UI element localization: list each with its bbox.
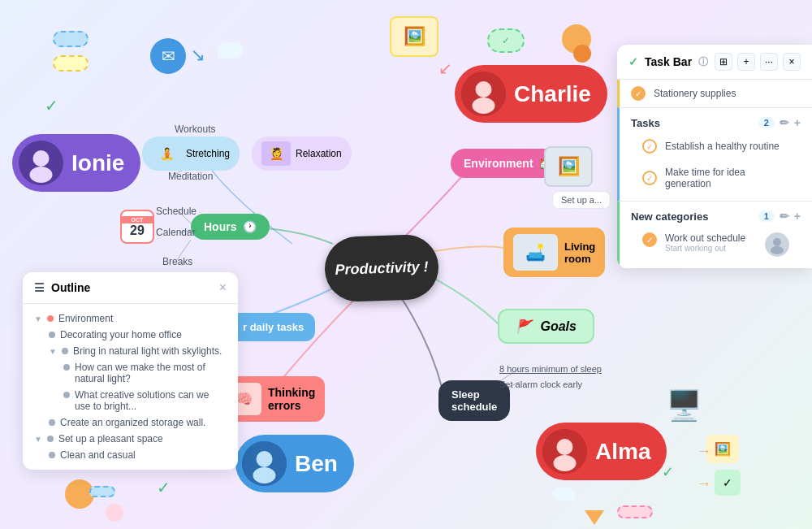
create-dot: [49, 419, 55, 426]
task-panel-header: ✓ Task Bar ⓘ ⊞ + ··· ×: [617, 45, 812, 80]
check-bottom-left: ✓: [157, 478, 171, 497]
task-panel-title: ✓ Task Bar ⓘ: [628, 55, 708, 69]
outline-item-howcan[interactable]: How can we make the most of natural ligh…: [60, 359, 230, 387]
task-item-0: ✓ Establish a healthy routine: [631, 132, 801, 160]
creative-dot: [63, 392, 70, 398]
setup-text: Set up a...: [552, 191, 611, 209]
env-photo: 🖼️: [544, 146, 593, 187]
outline-dec-label: Decorating your home office: [60, 329, 182, 340]
clean-dot: [49, 452, 55, 458]
living-room-node[interactable]: 🛋️ Living room: [503, 228, 605, 277]
ionie-node[interactable]: Ionie: [12, 134, 140, 192]
relaxation-node[interactable]: 💆 Relaxation: [252, 137, 352, 171]
outline-item-creative[interactable]: What creative solutions can we use to br…: [60, 387, 230, 414]
new-cat-label-0: Work out schedule: [665, 232, 745, 244]
ben-node[interactable]: Ben: [235, 435, 354, 492]
outline-item-setup[interactable]: ▼ Set up a pleasant space: [31, 431, 230, 447]
tasks-section: Tasks 2 ✏ + ✓ Establish a healthy routin…: [617, 107, 812, 201]
living-room-label: Living: [564, 241, 595, 253]
charlie-node[interactable]: Charlie: [455, 65, 607, 123]
alma-avatar: [542, 429, 587, 474]
stationery-check: ✓: [631, 86, 646, 101]
arrow-bring: ▼: [49, 347, 57, 356]
new-categories-header: New categories 1 ✏ +: [631, 206, 801, 226]
svg-point-20: [773, 238, 781, 246]
plus-icon[interactable]: +: [794, 116, 801, 129]
stationery-item: ✓ Stationery supplies: [617, 80, 812, 107]
canvas: Productivity ! Charlie Ionie: [0, 0, 812, 529]
arrow-down: ▼: [34, 314, 42, 323]
alma-node[interactable]: Alma: [536, 423, 667, 480]
outline-panel: ☰ Outline × ▼ Environment Decorating you…: [23, 272, 238, 470]
email-bubble[interactable]: ✉: [150, 38, 186, 74]
check-top-left: ✓: [45, 96, 58, 115]
grid-btn[interactable]: ⊞: [715, 53, 732, 71]
outline-body: ▼ Environment Decorating your home offic…: [23, 304, 238, 470]
cal-month: OCT: [122, 216, 153, 223]
task-check-0: ✓: [642, 139, 657, 154]
arrow-blue: ↙: [191, 45, 205, 66]
outline-item-create[interactable]: Create an organized storage wall.: [45, 414, 230, 431]
svg-point-9: [473, 98, 495, 114]
meditation-label: Meditation: [168, 171, 213, 182]
close-btn[interactable]: ×: [783, 53, 801, 71]
outline-item-clean[interactable]: Clean and casual: [45, 447, 230, 463]
more-btn[interactable]: ···: [760, 53, 778, 71]
hours-node[interactable]: Hours 🕐: [191, 214, 270, 240]
svg-point-11: [33, 150, 50, 167]
image-placeholder-top: 🖼️: [390, 16, 438, 57]
check-right: ✓: [662, 463, 674, 481]
task-check-1: ✓: [642, 171, 657, 185]
check-mark: ✓: [502, 35, 510, 46]
outline-item-bring[interactable]: ▼ Bring in natural light with skylights.: [45, 343, 230, 359]
svg-point-12: [30, 167, 53, 183]
deco-arrow-right2: →: [697, 475, 711, 492]
pencil-icon2[interactable]: ✏: [780, 210, 789, 223]
svg-point-14: [257, 451, 273, 467]
hours-label: Hours: [204, 220, 236, 233]
workouts-label: Workouts: [175, 124, 215, 135]
task-label-0: Establish a healthy routine: [665, 141, 780, 152]
stationery-label: Stationery supplies: [654, 88, 736, 99]
outline-setup-label: Set up a pleasant space: [58, 433, 163, 444]
plus-icon2[interactable]: +: [794, 210, 801, 223]
deco-right-img: 🖼️: [706, 435, 739, 463]
outline-header: ☰ Outline ×: [23, 272, 238, 304]
speech-bubble-top: [218, 42, 244, 59]
stretching-img: 🧘: [152, 141, 181, 166]
thinking-label2: errors: [268, 399, 315, 412]
pink-right-bottom: [617, 505, 653, 518]
bubble-blue-top: [53, 31, 89, 47]
sleep-label: Sleepschedule: [451, 388, 497, 413]
outline-title: ☰ Outline: [34, 281, 90, 294]
goals-node[interactable]: 🚩 Goals: [498, 309, 594, 344]
tasks-count: 2: [758, 117, 775, 128]
deco-bottom-pink: [106, 504, 123, 522]
outline-howcan-label: How can we make the most of natural ligh…: [75, 362, 227, 384]
center-node[interactable]: Productivity !: [324, 234, 440, 303]
outline-item-decorating[interactable]: Decorating your home office: [45, 327, 230, 343]
stretching-node[interactable]: 🧘 Stretching: [142, 137, 240, 171]
speech-bubble-bottom: [552, 488, 575, 501]
task-label-1: Make time for idea generation: [665, 167, 789, 189]
new-cat-header-right: 1 ✏ +: [758, 210, 801, 223]
outline-env-label: Environment: [58, 313, 113, 324]
outline-icon: ☰: [34, 281, 45, 294]
outline-create-label: Create an organized storage wall.: [60, 417, 205, 428]
relaxation-img: 💆: [261, 141, 291, 166]
deco-bottom-tag: [89, 486, 115, 497]
goals-label: Goals: [540, 319, 576, 333]
checked-tag-top: ✓: [487, 28, 525, 53]
calendar-label: Calendar: [156, 227, 196, 238]
dec-dot: [49, 332, 55, 338]
bubble-yellow-top: [53, 55, 89, 72]
add-btn[interactable]: +: [737, 53, 755, 71]
task-panel: ✓ Task Bar ⓘ ⊞ + ··· × ✓ Stationery supp…: [617, 45, 812, 268]
new-cat-check-0: ✓: [642, 232, 657, 247]
env-dot: [47, 315, 54, 322]
avatar-small: [765, 232, 789, 257]
outline-item-environment[interactable]: ▼ Environment: [31, 310, 230, 327]
arrow-setup: ▼: [34, 435, 42, 444]
pencil-icon[interactable]: ✏: [780, 116, 789, 129]
outline-close[interactable]: ×: [219, 280, 227, 295]
